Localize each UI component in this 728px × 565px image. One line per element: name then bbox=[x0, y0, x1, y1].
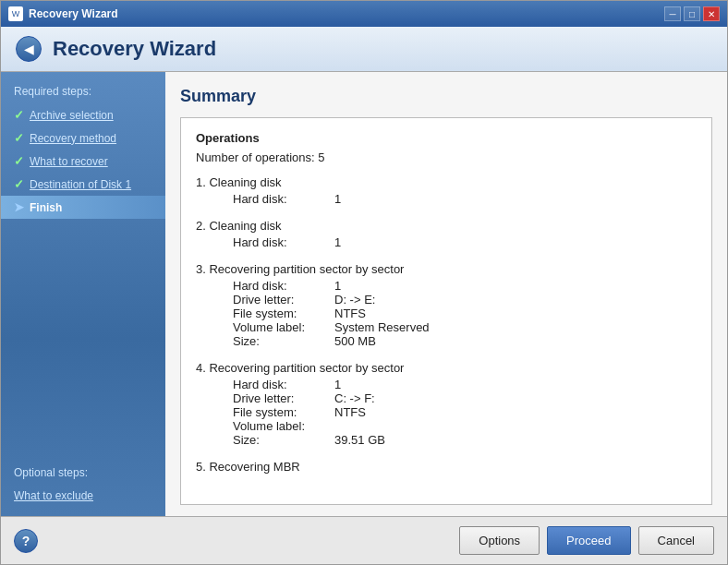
title-bar-left: W Recovery Wizard bbox=[8, 6, 118, 21]
operation-1: 1. Cleaning disk Hard disk: 1 bbox=[196, 175, 697, 206]
sidebar-spacer bbox=[1, 219, 165, 463]
operations-heading: Operations bbox=[196, 131, 697, 145]
operation-3: 3. Recovering partition sector by sector… bbox=[196, 262, 697, 348]
sidebar: Required steps: ✓ Archive selection ✓ Re… bbox=[1, 72, 165, 516]
sidebar-item-label-archive: Archive selection bbox=[30, 109, 114, 122]
footer-buttons: Options Proceed Cancel bbox=[459, 526, 714, 555]
sidebar-item-finish[interactable]: ➤ Finish bbox=[1, 196, 165, 219]
operation-4: 4. Recovering partition sector by sector… bbox=[196, 361, 697, 447]
help-button[interactable]: ? bbox=[14, 529, 38, 553]
sidebar-item-recovery-method[interactable]: ✓ Recovery method bbox=[1, 126, 165, 150]
footer-left: ? bbox=[14, 529, 38, 553]
op-4-detail-5: Size: 39.51 GB bbox=[196, 433, 697, 447]
help-icon: ? bbox=[22, 534, 30, 548]
op-1-detail-1: Hard disk: 1 bbox=[196, 192, 697, 206]
sidebar-item-label-finish: Finish bbox=[30, 201, 62, 214]
op-3-detail-4: Volume label: System Reserved bbox=[196, 320, 697, 334]
proceed-button[interactable]: Proceed bbox=[547, 526, 630, 555]
footer: ? Options Proceed Cancel bbox=[1, 516, 727, 564]
op-4-title: 4. Recovering partition sector by sector bbox=[196, 361, 697, 375]
op-4-detail-4: Volume label: bbox=[196, 419, 697, 433]
check-icon-archive: ✓ bbox=[14, 108, 24, 122]
op-4-detail-3: File system: NTFS bbox=[196, 405, 697, 419]
check-icon-what: ✓ bbox=[14, 154, 24, 168]
sidebar-item-archive-selection[interactable]: ✓ Archive selection bbox=[1, 103, 165, 126]
sidebar-item-destination[interactable]: ✓ Destination of Disk 1 bbox=[1, 173, 165, 196]
sidebar-item-label-dest: Destination of Disk 1 bbox=[30, 178, 131, 191]
op-1-title: 1. Cleaning disk bbox=[196, 175, 697, 189]
title-bar: W Recovery Wizard ─ □ ✕ bbox=[1, 1, 727, 27]
op-3-title: 3. Recovering partition sector by sector bbox=[196, 262, 697, 276]
op-3-detail-1: Hard disk: 1 bbox=[196, 279, 697, 293]
cancel-button[interactable]: Cancel bbox=[638, 526, 714, 555]
sidebar-item-label-exclude: What to exclude bbox=[14, 489, 93, 502]
op-4-detail-2: Drive letter: C: -> F: bbox=[196, 391, 697, 405]
operation-2: 2. Cleaning disk Hard disk: 1 bbox=[196, 219, 697, 249]
maximize-button[interactable]: □ bbox=[684, 6, 700, 21]
minimize-button[interactable]: ─ bbox=[664, 6, 681, 21]
sidebar-item-what-to-recover[interactable]: ✓ What to recover bbox=[1, 150, 165, 173]
optional-steps-label: Optional steps: bbox=[1, 463, 165, 485]
back-button[interactable]: ◀ bbox=[16, 36, 42, 62]
content-area: Required steps: ✓ Archive selection ✓ Re… bbox=[1, 72, 727, 516]
op-3-detail-3: File system: NTFS bbox=[196, 307, 697, 320]
op-2-detail-1: Hard disk: 1 bbox=[196, 235, 697, 249]
op-3-detail-2: Drive letter: D: -> E: bbox=[196, 293, 697, 307]
required-steps-label: Required steps: bbox=[1, 81, 165, 103]
window-title: Recovery Wizard bbox=[29, 7, 118, 20]
main-content: Summary Operations Number of operations:… bbox=[165, 72, 727, 516]
arrow-icon-finish: ➤ bbox=[14, 200, 24, 214]
operations-count: Number of operations: 5 bbox=[196, 150, 697, 164]
op-3-detail-5: Size: 500 MB bbox=[196, 334, 697, 348]
summary-box: Operations Number of operations: 5 1. Cl… bbox=[180, 117, 712, 505]
back-icon: ◀ bbox=[24, 42, 34, 56]
sidebar-item-label-what: What to recover bbox=[30, 155, 108, 168]
summary-title: Summary bbox=[180, 87, 712, 106]
options-button[interactable]: Options bbox=[459, 526, 540, 555]
close-button[interactable]: ✕ bbox=[703, 6, 720, 21]
title-bar-buttons: ─ □ ✕ bbox=[664, 6, 720, 21]
operation-5: 5. Recovering MBR bbox=[196, 460, 697, 474]
header: ◀ Recovery Wizard bbox=[1, 27, 727, 72]
op-5-title: 5. Recovering MBR bbox=[196, 460, 697, 474]
sidebar-item-what-to-exclude[interactable]: What to exclude bbox=[1, 485, 165, 507]
check-icon-recovery: ✓ bbox=[14, 131, 24, 145]
sidebar-item-label-recovery: Recovery method bbox=[30, 132, 116, 145]
main-window: W Recovery Wizard ─ □ ✕ ◀ Recovery Wizar… bbox=[0, 0, 728, 565]
window-icon: W bbox=[8, 6, 23, 21]
op-4-detail-1: Hard disk: 1 bbox=[196, 378, 697, 391]
header-title: Recovery Wizard bbox=[53, 37, 216, 61]
op-2-title: 2. Cleaning disk bbox=[196, 219, 697, 233]
check-icon-dest: ✓ bbox=[14, 177, 24, 191]
